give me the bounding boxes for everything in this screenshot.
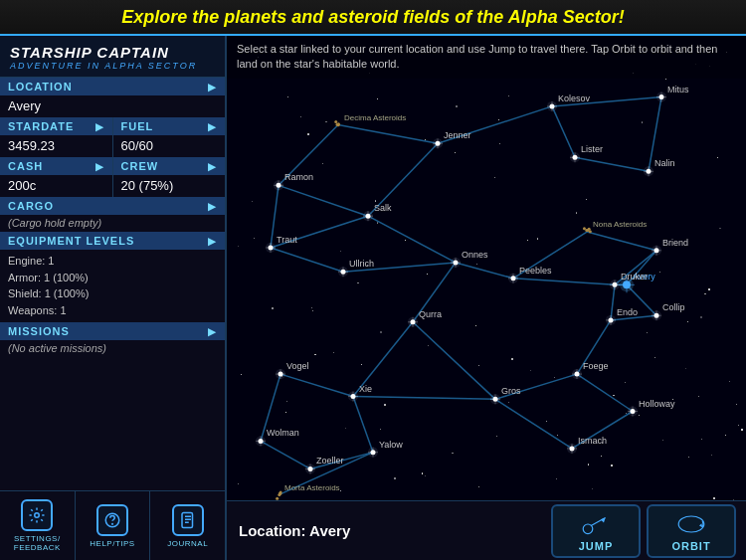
star-Nalin[interactable]: Nalin [644, 158, 675, 176]
sidebar: STARSHIP CAPTAIN ADVENTURE IN ALPHA SECT… [0, 36, 227, 560]
instructions: Select a star linked to your current loc… [227, 36, 746, 79]
location-arrow-icon: ▶ [208, 82, 217, 93]
star-Ramon[interactable]: Ramon [274, 172, 313, 190]
svg-point-0 [35, 513, 40, 518]
star-Mitus[interactable]: Mitus [656, 85, 689, 102]
equipment-line-2: Armor: 1 (100%) [8, 270, 217, 286]
star-label-Vogel: Vogel [286, 361, 309, 371]
main-layout: STARSHIP CAPTAIN ADVENTURE IN ALPHA SECT… [0, 36, 746, 560]
stardate-header[interactable]: STARDATE ▶ [0, 117, 112, 135]
svg-point-167 [678, 516, 704, 532]
star-Decima Asteroids[interactable]: Decima Asteroids [334, 113, 406, 127]
journal-icon [172, 504, 204, 536]
svg-line-9 [552, 106, 575, 157]
star-Holloway[interactable]: Holloway [628, 399, 675, 417]
missions-header[interactable]: MISSIONS ▶ [0, 322, 225, 340]
stardate-col: STARDATE ▶ 3459.23 [0, 117, 113, 157]
banner-text: Explore the planets and asteroid fields … [121, 7, 624, 28]
star-Endo[interactable]: Endo [606, 307, 638, 325]
star-Traut[interactable]: Traut [266, 235, 297, 253]
stardate-fuel-row: STARDATE ▶ 3459.23 FUEL ▶ 60/60 [0, 117, 225, 157]
svg-line-38 [353, 397, 495, 400]
bottom-bar: Location: Avery JUMP [227, 500, 746, 560]
star-label-Holloway: Holloway [639, 399, 675, 409]
star-label-Morta Asteroids: Morta Asteroids [284, 483, 340, 492]
star-Zoeller[interactable]: Zoeller [305, 456, 344, 473]
star-Gros[interactable]: Gros [490, 386, 521, 404]
equipment-arrow-icon: ▶ [208, 236, 217, 247]
svg-point-101 [583, 227, 586, 230]
svg-line-15 [279, 185, 368, 216]
star-Yalow[interactable]: Yalow [368, 440, 403, 458]
star-Xie[interactable]: Xie [348, 384, 372, 402]
svg-line-19 [271, 248, 343, 272]
star-Onnes[interactable]: Onnes [451, 250, 488, 268]
settings-feedback-button[interactable]: SETTINGS/FEEDBACK [0, 491, 76, 560]
star-label-Peebles: Peebles [519, 266, 552, 276]
star-Nona Asteroids[interactable]: Nona Asteroids [583, 220, 647, 233]
star-label-Mitus: Mitus [667, 85, 689, 94]
orbit-button[interactable]: ORBIT [647, 504, 736, 558]
svg-point-71 [334, 120, 337, 123]
settings-label: SETTINGS/FEEDBACK [14, 534, 61, 552]
crew-arrow-icon: ▶ [208, 161, 217, 172]
location-header[interactable]: LOCATION ▶ [0, 78, 225, 95]
location-value: Avery [0, 95, 225, 117]
svg-line-43 [261, 441, 310, 468]
star-label-Xie: Xie [359, 384, 372, 394]
fuel-arrow-icon: ▶ [208, 121, 217, 132]
svg-marker-168 [699, 523, 702, 527]
equipment-line-1: Engine: 1 [8, 253, 217, 270]
star-label-Qurra: Qurra [419, 309, 442, 319]
star-Ullrich[interactable]: Ullrich [338, 259, 374, 277]
question-icon [96, 504, 128, 536]
star-label-Briend: Briend [662, 238, 688, 248]
star-Kolesov[interactable]: Kolesov [547, 93, 591, 111]
cargo-header[interactable]: CARGO ▶ [0, 197, 225, 215]
svg-line-18 [368, 216, 456, 263]
jump-icon [580, 510, 612, 538]
stardate-value: 3459.23 [0, 135, 112, 157]
help-tips-button[interactable]: HELP/TIPS [76, 491, 151, 560]
star-label-Ullrich: Ullrich [349, 259, 374, 269]
star-label-Gros: Gros [501, 386, 521, 396]
equipment-line-3: Shield: 1 (100%) [8, 285, 217, 302]
star-Salk[interactable]: Salk [363, 203, 392, 221]
location-label: Location: Avery [227, 522, 551, 539]
star-Jenner[interactable]: Jenner [433, 130, 471, 148]
star-label-Endo: Endo [617, 307, 638, 317]
star-Briend[interactable]: Briend [652, 238, 688, 256]
cash-col: CASH ▶ 200c [0, 157, 113, 197]
svg-point-2 [112, 523, 113, 524]
cash-header[interactable]: CASH ▶ [0, 157, 112, 175]
star-Vogel[interactable]: Vogel [276, 361, 309, 379]
star-label-Traut: Traut [277, 235, 297, 245]
star-Qurra[interactable]: Qurra [408, 309, 442, 327]
svg-line-11 [575, 157, 649, 171]
cargo-value: (Cargo hold empty) [0, 215, 225, 232]
jump-button[interactable]: JUMP [551, 504, 641, 558]
banner: Explore the planets and asteroid fields … [0, 0, 746, 36]
star-Wolman[interactable]: Wolman [256, 428, 299, 446]
sidebar-footer: SETTINGS/FEEDBACK HELP/TIPS [0, 490, 225, 560]
star-Morta Asteroids[interactable]: Morta Asteroids [276, 483, 339, 500]
journal-button[interactable]: JOURNAL [150, 491, 225, 560]
star-Collip[interactable]: Collip [652, 302, 685, 320]
sidebar-subtitle: ADVENTURE IN ALPHA SECTOR [10, 61, 215, 71]
svg-line-40 [495, 399, 572, 449]
missions-value: (No active missions) [0, 340, 225, 357]
fuel-header[interactable]: FUEL ▶ [113, 117, 226, 135]
star-label-Jenner: Jenner [444, 130, 471, 140]
fuel-value: 60/60 [113, 135, 226, 157]
svg-line-41 [577, 374, 633, 411]
star-Foege[interactable]: Foege [572, 361, 609, 379]
star-label-Nona Asteroids: Nona Asteroids [593, 220, 647, 229]
crew-col: CREW ▶ 20 (75%) [113, 157, 226, 197]
star-Ismach[interactable]: Ismach [567, 436, 607, 454]
star-label-Onnes: Onnes [462, 250, 488, 260]
missions-arrow-icon: ▶ [208, 326, 217, 337]
fuel-col: FUEL ▶ 60/60 [113, 117, 226, 157]
crew-header[interactable]: CREW ▶ [113, 157, 226, 175]
star-map-svg: AveryKolesovMitusJennerListerNalinDecima… [227, 66, 746, 500]
equipment-header[interactable]: EQUIPMENT LEVELS ▶ [0, 232, 225, 250]
